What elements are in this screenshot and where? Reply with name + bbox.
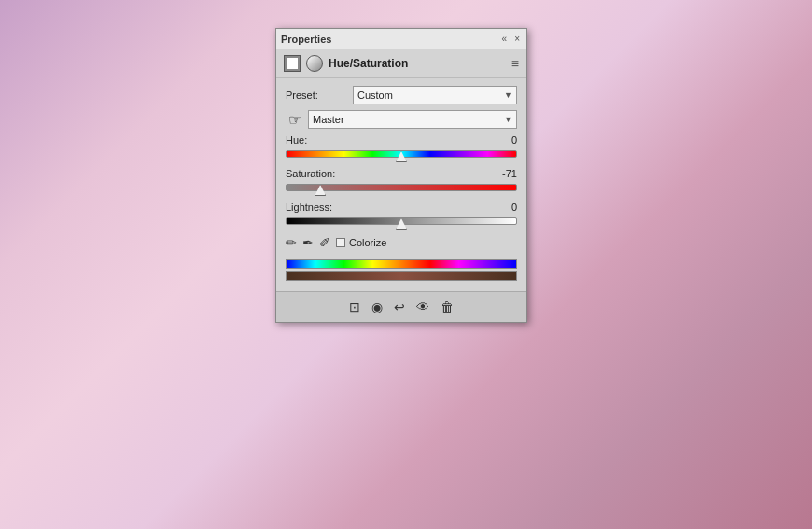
saturation-track-container[interactable] xyxy=(286,181,517,194)
lightness-value: 0 xyxy=(489,202,517,213)
saturation-header: Saturation: -71 xyxy=(286,168,517,179)
preset-value: Custom xyxy=(357,90,393,101)
source-color-bar xyxy=(286,259,517,269)
result-color-bar xyxy=(286,271,517,281)
delete-button[interactable]: 🗑 xyxy=(439,298,455,316)
lightness-header: Lightness: 0 xyxy=(286,202,517,213)
tools-row: ✏ ✒ ✐ Colorize xyxy=(286,235,517,250)
history-button[interactable]: ↩ xyxy=(392,298,407,316)
sample-point-tool-icon[interactable]: ✏ xyxy=(286,235,297,250)
layer-icon xyxy=(284,55,301,72)
hue-slider-row: Hue: 0 xyxy=(286,134,517,160)
panel-body: Preset: Custom ▼ ☞ Master ▼ Hue: 0 xyxy=(276,78,526,291)
colorize-label: Colorize xyxy=(349,237,386,248)
sample-add-tool-icon[interactable]: ✒ xyxy=(302,235,314,250)
hue-track-container[interactable] xyxy=(286,147,517,160)
sample-subtract-tool-icon[interactable]: ✐ xyxy=(319,235,330,250)
channel-value: Master xyxy=(313,114,344,125)
adjustment-title: Hue/Saturation xyxy=(329,57,408,70)
saturation-label: Saturation: xyxy=(286,168,335,179)
close-button[interactable]: × xyxy=(512,34,522,44)
channel-dropdown[interactable]: Master ▼ xyxy=(308,110,517,129)
mask-button[interactable]: ⊡ xyxy=(347,298,362,316)
panel-title: Properties xyxy=(281,34,331,45)
channel-arrow: ▼ xyxy=(504,115,512,124)
hand-tool-icon[interactable]: ☞ xyxy=(286,111,304,129)
channel-row: ☞ Master ▼ xyxy=(286,110,517,129)
panel-titlebar: Properties « × xyxy=(276,29,526,49)
visibility-button[interactable]: ◉ xyxy=(370,298,385,316)
eye-button[interactable]: 👁 xyxy=(414,298,431,316)
colorize-row: Colorize xyxy=(336,237,386,248)
lightness-track-container[interactable] xyxy=(286,215,517,228)
titlebar-controls: « × xyxy=(500,34,522,44)
properties-panel: Properties « × Hue/Saturation ≡ Preset: … xyxy=(275,28,527,323)
preset-arrow: ▼ xyxy=(504,90,512,100)
saturation-value: -71 xyxy=(489,168,517,179)
hue-header: Hue: 0 xyxy=(286,134,517,146)
lightness-slider-row: Lightness: 0 xyxy=(286,202,517,228)
lightness-label: Lightness: xyxy=(286,202,332,213)
preset-dropdown[interactable]: Custom ▼ xyxy=(353,86,517,104)
preset-label: Preset: xyxy=(286,90,349,101)
saturation-slider-row: Saturation: -71 xyxy=(286,168,517,194)
panel-header: Hue/Saturation ≡ xyxy=(276,49,526,78)
collapse-button[interactable]: « xyxy=(500,34,510,44)
hue-label: Hue: xyxy=(286,134,307,146)
panel-menu-icon[interactable]: ≡ xyxy=(511,56,519,71)
preset-row: Preset: Custom ▼ xyxy=(286,86,517,104)
color-bar-section xyxy=(286,259,517,281)
hue-value: 0 xyxy=(489,134,517,146)
adjustment-icon xyxy=(306,55,323,72)
colorize-checkbox[interactable] xyxy=(336,238,345,247)
panel-footer: ⊡ ◉ ↩ 👁 🗑 xyxy=(276,291,526,322)
